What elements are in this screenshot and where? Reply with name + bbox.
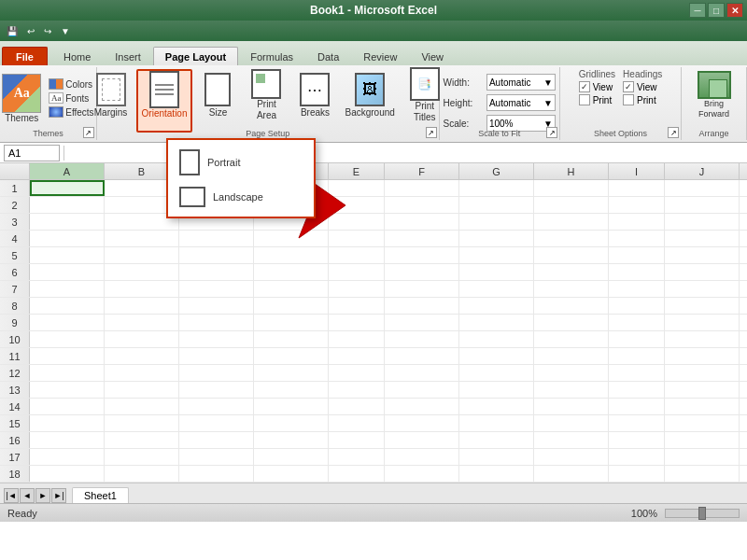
tab-data[interactable]: Data xyxy=(305,47,351,65)
cell-h8[interactable] xyxy=(534,298,609,314)
cell-b14[interactable] xyxy=(105,399,179,414)
cell-g8[interactable] xyxy=(459,298,534,314)
col-header-f[interactable]: F xyxy=(385,163,459,179)
cell-a15[interactable] xyxy=(30,415,105,431)
cell-k6[interactable] xyxy=(740,264,747,280)
cell-d13[interactable] xyxy=(254,382,329,398)
cell-c12[interactable] xyxy=(179,365,254,381)
cell-f8[interactable] xyxy=(385,298,459,314)
cell-f13[interactable] xyxy=(385,382,459,398)
cell-b17[interactable] xyxy=(105,449,179,465)
cell-f18[interactable] xyxy=(385,466,459,482)
cell-i6[interactable] xyxy=(609,264,665,280)
sheet-nav-next[interactable]: ► xyxy=(35,488,50,503)
cell-d16[interactable] xyxy=(254,432,329,448)
cell-g4[interactable] xyxy=(459,231,534,246)
cell-a1[interactable] xyxy=(30,180,105,196)
cell-c5[interactable] xyxy=(179,247,254,263)
cell-f2[interactable] xyxy=(385,197,459,213)
cell-i18[interactable] xyxy=(609,466,665,482)
orientation-button[interactable]: Orientation xyxy=(136,69,193,133)
cell-c11[interactable] xyxy=(179,348,254,364)
cell-b9[interactable] xyxy=(105,315,179,330)
cell-k5[interactable] xyxy=(740,247,747,263)
cell-i13[interactable] xyxy=(609,382,665,398)
cell-c9[interactable] xyxy=(179,315,254,330)
cell-a12[interactable] xyxy=(30,365,105,381)
cell-a13[interactable] xyxy=(30,382,105,398)
cell-d18[interactable] xyxy=(254,466,329,482)
cell-i3[interactable] xyxy=(609,214,665,230)
cell-b10[interactable] xyxy=(105,331,179,347)
cell-a11[interactable] xyxy=(30,348,105,364)
cell-f6[interactable] xyxy=(385,264,459,280)
cell-a17[interactable] xyxy=(30,449,105,465)
cell-h3[interactable] xyxy=(534,214,609,230)
print-area-button[interactable]: PrintArea xyxy=(243,69,289,133)
cell-i15[interactable] xyxy=(609,415,665,431)
cell-g14[interactable] xyxy=(459,399,534,414)
cell-c15[interactable] xyxy=(179,415,254,431)
cell-g15[interactable] xyxy=(459,415,534,431)
cell-f12[interactable] xyxy=(385,365,459,381)
col-header-g[interactable]: G xyxy=(459,163,534,179)
breaks-button[interactable]: ⋯ Breaks xyxy=(291,69,338,133)
page-setup-expand[interactable]: ↗ xyxy=(426,127,437,138)
cell-e13[interactable] xyxy=(329,382,385,398)
cell-h5[interactable] xyxy=(534,247,609,263)
cell-i5[interactable] xyxy=(609,247,665,263)
cell-f16[interactable] xyxy=(385,432,459,448)
cell-f4[interactable] xyxy=(385,231,459,246)
sheet-options-expand[interactable]: ↗ xyxy=(668,127,679,138)
cell-c8[interactable] xyxy=(179,298,254,314)
gridlines-print-checkbox[interactable] xyxy=(579,94,590,105)
cell-h13[interactable] xyxy=(534,382,609,398)
sheet-tab-1[interactable]: Sheet1 xyxy=(72,487,129,503)
cell-d9[interactable] xyxy=(254,315,329,330)
sheet-nav-last[interactable]: ►| xyxy=(51,488,66,503)
cell-e12[interactable] xyxy=(329,365,385,381)
cell-a14[interactable] xyxy=(30,399,105,414)
undo-quick-btn[interactable]: ↩ xyxy=(24,25,37,37)
maximize-btn[interactable]: □ xyxy=(708,3,725,18)
tab-file[interactable]: File xyxy=(2,47,48,65)
cell-b5[interactable] xyxy=(105,247,179,263)
cell-b16[interactable] xyxy=(105,432,179,448)
cell-d14[interactable] xyxy=(254,399,329,414)
cell-b7[interactable] xyxy=(105,281,179,297)
cell-i14[interactable] xyxy=(609,399,665,414)
cell-j16[interactable] xyxy=(665,432,740,448)
cell-a4[interactable] xyxy=(30,231,105,246)
cell-i8[interactable] xyxy=(609,298,665,314)
minimize-btn[interactable]: ─ xyxy=(689,3,706,18)
cell-c4[interactable] xyxy=(179,231,254,246)
cell-reference-input[interactable] xyxy=(4,145,60,161)
redo-quick-btn[interactable]: ↪ xyxy=(41,25,54,37)
cell-e11[interactable] xyxy=(329,348,385,364)
cell-e16[interactable] xyxy=(329,432,385,448)
cell-k15[interactable] xyxy=(740,415,747,431)
cell-f15[interactable] xyxy=(385,415,459,431)
cell-f7[interactable] xyxy=(385,281,459,297)
cell-a10[interactable] xyxy=(30,331,105,347)
tab-review[interactable]: Review xyxy=(351,47,409,65)
cell-d7[interactable] xyxy=(254,281,329,297)
cell-h7[interactable] xyxy=(534,281,609,297)
cell-g18[interactable] xyxy=(459,466,534,482)
cell-g1[interactable] xyxy=(459,180,534,196)
cell-k11[interactable] xyxy=(740,348,747,364)
col-header-i[interactable]: I xyxy=(609,163,665,179)
cell-b6[interactable] xyxy=(105,264,179,280)
cell-j13[interactable] xyxy=(665,382,740,398)
cell-k10[interactable] xyxy=(740,331,747,347)
cell-b4[interactable] xyxy=(105,231,179,246)
cell-j1[interactable] xyxy=(665,180,740,196)
margins-button[interactable]: Margins xyxy=(88,69,134,133)
cell-g16[interactable] xyxy=(459,432,534,448)
headings-view-checkbox[interactable] xyxy=(623,81,634,92)
cell-k14[interactable] xyxy=(740,399,747,414)
cell-g17[interactable] xyxy=(459,449,534,465)
cell-e10[interactable] xyxy=(329,331,385,347)
cell-h16[interactable] xyxy=(534,432,609,448)
cell-h1[interactable] xyxy=(534,180,609,196)
